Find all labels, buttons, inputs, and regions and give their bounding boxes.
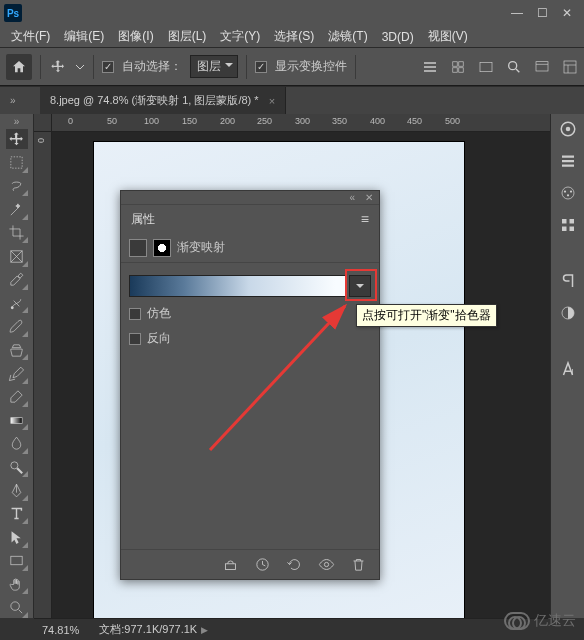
- paragraph-panel-icon[interactable]: [557, 270, 579, 292]
- zoom-tool[interactable]: [6, 597, 28, 617]
- document-info[interactable]: 文档:977.1K/977.1K: [99, 622, 197, 637]
- close-tab-icon[interactable]: ×: [269, 95, 275, 107]
- rectangle-tool[interactable]: [6, 551, 28, 571]
- arrange-icon[interactable]: [478, 59, 494, 75]
- healing-brush-tool[interactable]: [6, 293, 28, 313]
- svg-rect-7: [11, 417, 22, 423]
- workspace-icon[interactable]: [562, 59, 578, 75]
- pen-tool[interactable]: [6, 480, 28, 500]
- reverse-label: 反向: [147, 330, 171, 347]
- lasso-tool[interactable]: [6, 176, 28, 196]
- menu-filter[interactable]: 滤镜(T): [321, 28, 374, 45]
- clone-stamp-tool[interactable]: [6, 340, 28, 360]
- svg-rect-3: [564, 61, 576, 73]
- panel-menu-icon[interactable]: ≡: [361, 211, 369, 227]
- maximize-button[interactable]: ☐: [537, 6, 548, 20]
- auto-select-target[interactable]: 图层: [190, 55, 238, 78]
- toggle-visibility-icon[interactable]: [317, 556, 335, 574]
- panel-close-icon[interactable]: ✕: [365, 192, 373, 203]
- reverse-checkbox[interactable]: [129, 333, 141, 345]
- mask-icon[interactable]: [153, 239, 171, 257]
- eraser-tool[interactable]: [6, 387, 28, 407]
- expand-toolbox-icon[interactable]: »: [0, 116, 33, 126]
- info-dropdown-icon[interactable]: ▶: [201, 625, 208, 635]
- menu-3d[interactable]: 3D(D): [375, 30, 421, 44]
- panel-title[interactable]: 属性: [131, 211, 155, 228]
- screen-mode-icon[interactable]: [534, 59, 550, 75]
- minimize-button[interactable]: —: [511, 6, 523, 20]
- menu-image[interactable]: 图像(I): [111, 28, 160, 45]
- panel-collapse-icon[interactable]: «: [349, 192, 355, 203]
- svg-rect-2: [536, 61, 548, 70]
- svg-point-15: [569, 190, 571, 192]
- adjustments-panel-icon[interactable]: [557, 214, 579, 236]
- path-selection-tool[interactable]: [6, 527, 28, 547]
- svg-point-13: [562, 187, 574, 199]
- panel-dock: [550, 114, 584, 618]
- ruler-horizontal[interactable]: 0 50 100 150 200 250 300 350 400 450 500: [52, 114, 550, 132]
- color-panel-icon[interactable]: [557, 118, 579, 140]
- align-icon[interactable]: [422, 59, 438, 75]
- gradient-preview[interactable]: [129, 275, 347, 297]
- svg-rect-18: [569, 219, 574, 224]
- titlebar: Ps — ☐ ✕: [0, 0, 584, 26]
- ruler-tick: 100: [144, 116, 159, 126]
- ruler-tick: 50: [107, 116, 117, 126]
- svg-point-1: [509, 61, 517, 69]
- menu-edit[interactable]: 编辑(E): [57, 28, 111, 45]
- panel-grip[interactable]: « ✕: [121, 191, 379, 205]
- dither-checkbox[interactable]: [129, 308, 141, 320]
- document-tab[interactable]: 8.jpeg @ 74.8% (渐变映射 1, 图层蒙版/8) * ×: [40, 87, 286, 114]
- view-previous-icon[interactable]: [253, 556, 271, 574]
- delete-adjustment-icon[interactable]: [349, 556, 367, 574]
- dodge-tool[interactable]: [6, 457, 28, 477]
- home-button[interactable]: [6, 54, 32, 80]
- menu-file[interactable]: 文件(F): [4, 28, 57, 45]
- adjustment-type-row: 渐变映射: [121, 233, 379, 263]
- auto-select-checkbox[interactable]: [102, 61, 114, 73]
- properties-panel: « ✕ 属性 ≡ 渐变映射 仿色 反向: [120, 190, 380, 580]
- marquee-tool[interactable]: [6, 152, 28, 172]
- search-icon[interactable]: [506, 59, 522, 75]
- move-tool-icon[interactable]: [49, 58, 67, 76]
- panel-chevrons-icon[interactable]: »: [10, 95, 16, 106]
- hand-tool[interactable]: [6, 574, 28, 594]
- menu-layer[interactable]: 图层(L): [161, 28, 214, 45]
- ruler-tick: 500: [445, 116, 460, 126]
- 3d-mode-icon[interactable]: [450, 59, 466, 75]
- gradient-picker-dropdown[interactable]: [349, 275, 371, 297]
- ruler-tick: 450: [407, 116, 422, 126]
- window-controls: — ☐ ✕: [511, 6, 580, 20]
- frame-tool[interactable]: [6, 246, 28, 266]
- ruler-origin[interactable]: [34, 114, 52, 132]
- reset-icon[interactable]: [285, 556, 303, 574]
- svg-rect-19: [562, 227, 567, 232]
- gradient-row: [129, 275, 371, 297]
- blur-tool[interactable]: [6, 433, 28, 453]
- ruler-vertical[interactable]: 0: [34, 132, 52, 618]
- panel-header: 属性 ≡: [121, 205, 379, 233]
- dropdown-arrow-icon[interactable]: [75, 58, 85, 76]
- menu-type[interactable]: 文字(Y): [213, 28, 267, 45]
- close-button[interactable]: ✕: [562, 6, 572, 20]
- move-tool[interactable]: [6, 129, 28, 149]
- clip-to-layer-icon[interactable]: [221, 556, 239, 574]
- show-transform-checkbox[interactable]: [255, 61, 267, 73]
- menu-select[interactable]: 选择(S): [267, 28, 321, 45]
- crop-tool[interactable]: [6, 223, 28, 243]
- libraries-panel-icon[interactable]: [557, 150, 579, 172]
- brush-tool[interactable]: [6, 316, 28, 336]
- brushes-panel-icon[interactable]: [557, 302, 579, 324]
- type-tool[interactable]: [6, 504, 28, 524]
- eyedropper-tool[interactable]: [6, 270, 28, 290]
- gradient-tool[interactable]: [6, 410, 28, 430]
- panel-footer: [121, 549, 379, 579]
- magic-wand-tool[interactable]: [6, 199, 28, 219]
- ruler-tick: 250: [257, 116, 272, 126]
- zoom-level[interactable]: 74.81%: [42, 624, 79, 636]
- menu-view[interactable]: 视图(V): [421, 28, 475, 45]
- swatches-panel-icon[interactable]: [557, 182, 579, 204]
- ruler-tick: 400: [370, 116, 385, 126]
- history-brush-tool[interactable]: [6, 363, 28, 383]
- character-panel-icon[interactable]: [557, 358, 579, 380]
